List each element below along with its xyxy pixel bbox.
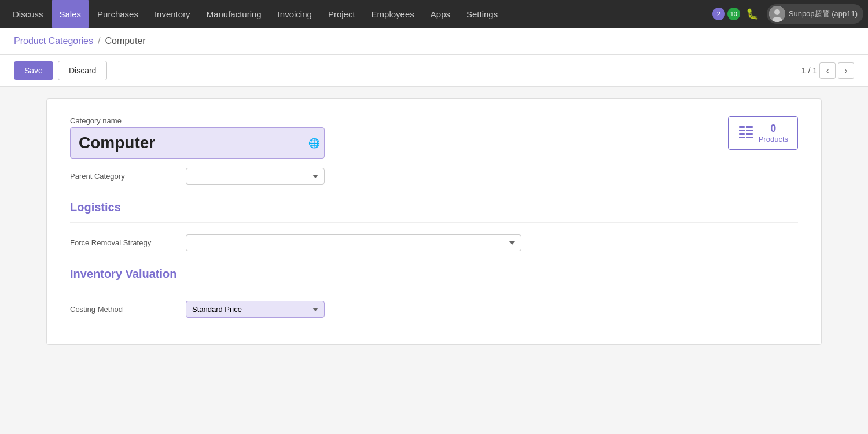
products-count: 0 (759, 123, 788, 135)
inventory-valuation-section-title: Inventory Valuation (70, 267, 798, 281)
nav-employees[interactable]: Employees (363, 0, 422, 28)
svg-rect-4 (739, 130, 745, 131)
nav-project[interactable]: Project (320, 0, 363, 28)
svg-point-1 (774, 9, 780, 15)
breadcrumb: Product Categories / Computer (0, 28, 868, 55)
save-button[interactable]: Save (14, 61, 53, 80)
pager-next[interactable]: › (838, 62, 854, 79)
breadcrumb-current: Computer (105, 36, 145, 46)
translate-icon: 🌐 (308, 138, 320, 149)
form-toolbar: Save Discard 1 / 1 ‹ › (0, 55, 868, 87)
category-name-label: Category name (70, 116, 798, 125)
inventory-valuation-divider (70, 289, 798, 289)
svg-rect-10 (746, 137, 753, 138)
bug-icon[interactable]: 🐛 (742, 8, 762, 20)
chat-badge[interactable]: 2 (712, 8, 725, 20)
pager-text: 1 / 1 (801, 66, 817, 75)
top-navigation: Discuss Sales Purchases Inventory Manufa… (0, 0, 868, 28)
nav-apps[interactable]: Apps (422, 0, 458, 28)
main-content: 0 Products Category name 🌐 Parent Catego… (0, 87, 868, 434)
svg-rect-3 (739, 126, 745, 128)
category-name-input[interactable] (70, 127, 325, 159)
logistics-section-title: Logistics (70, 201, 798, 214)
discard-button[interactable]: Discard (58, 61, 107, 80)
products-label: Products (759, 135, 788, 144)
pager-prev[interactable]: ‹ (819, 62, 836, 79)
products-smart-button[interactable]: 0 Products (728, 116, 798, 150)
costing-method-label: Costing Method (70, 305, 186, 314)
nav-right-area: 2 10 🐛 Sunpop超管 (app11) (712, 4, 863, 24)
category-name-group: Category name 🌐 (70, 116, 798, 159)
breadcrumb-separator: / (98, 36, 100, 46)
parent-category-label: Parent Category (70, 172, 186, 181)
parent-category-select[interactable] (186, 168, 325, 185)
nav-manufacturing[interactable]: Manufacturing (198, 0, 270, 28)
products-list-icon (738, 124, 754, 143)
avatar (769, 6, 785, 22)
nav-settings[interactable]: Settings (458, 0, 506, 28)
form-card: 0 Products Category name 🌐 Parent Catego… (46, 98, 822, 345)
nav-purchases[interactable]: Purchases (89, 0, 146, 28)
nav-inventory[interactable]: Inventory (146, 0, 198, 28)
costing-method-select[interactable]: Standard Price Average Cost (AVCO) First… (186, 301, 325, 318)
svg-rect-7 (746, 126, 753, 128)
activity-badge[interactable]: 10 (727, 8, 740, 20)
parent-category-row: Parent Category (70, 168, 798, 185)
svg-rect-6 (739, 137, 745, 138)
smart-btn-text: 0 Products (759, 123, 788, 144)
svg-rect-9 (746, 133, 753, 135)
force-removal-select[interactable]: First In First Out (FIFO) Last In First … (186, 234, 521, 251)
svg-rect-5 (739, 133, 745, 135)
nav-discuss[interactable]: Discuss (5, 0, 52, 28)
svg-rect-8 (746, 130, 753, 131)
force-removal-label: Force Removal Strategy (70, 238, 186, 247)
breadcrumb-parent[interactable]: Product Categories (14, 36, 93, 46)
nav-invoicing[interactable]: Invoicing (270, 0, 320, 28)
user-menu[interactable]: Sunpop超管 (app11) (767, 4, 863, 24)
user-label: Sunpop超管 (app11) (789, 9, 858, 19)
nav-sales[interactable]: Sales (52, 0, 90, 28)
force-removal-row: Force Removal Strategy First In First Ou… (70, 234, 798, 251)
pager: 1 / 1 ‹ › (801, 62, 854, 79)
logistics-divider (70, 222, 798, 223)
costing-method-row: Costing Method Standard Price Average Co… (70, 301, 798, 318)
smart-buttons-area: 0 Products (728, 116, 798, 150)
